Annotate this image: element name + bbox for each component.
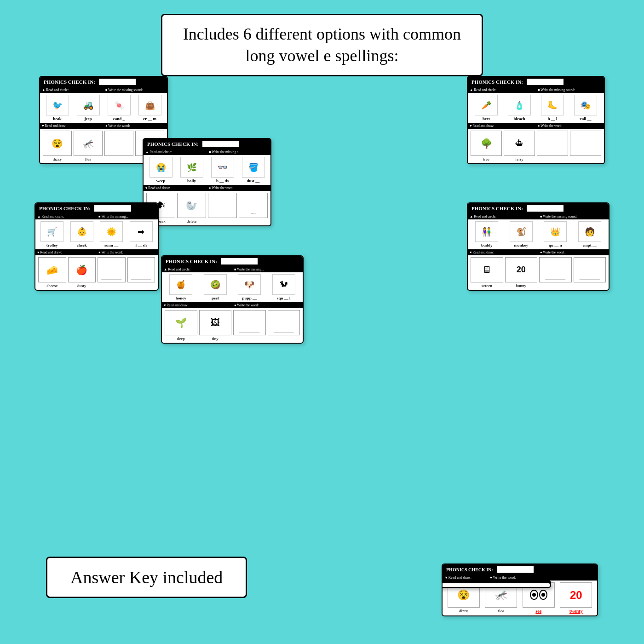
card4-section2-left: ♥ Read and draw: <box>35 249 97 255</box>
card4-input-rect[interactable] <box>94 205 131 212</box>
svg-point-2 <box>532 593 536 597</box>
card1-pic-2: 🚜 <box>77 95 100 115</box>
card6-title: PHONICS CHECK IN: <box>166 259 217 264</box>
card3-draw-word-2: delete <box>187 219 197 224</box>
card6-header: PHONICS CHECK IN: <box>162 256 303 266</box>
card1-draw-word-1: dizzy <box>53 157 62 161</box>
card3-section2-right: ● Write the word: <box>207 185 270 191</box>
card2-pic-row: 🥕 beet 🧴 bleach 🦶 h __ l 🎭 vall __ <box>468 93 604 123</box>
card5-item-4: 🧑 empt __ <box>574 221 606 247</box>
card3-pic-1: 😭 <box>150 157 172 178</box>
card5-item-2: 🐒 monkey <box>505 221 538 247</box>
card2-item-4: 🎭 vall __ <box>570 95 601 121</box>
card4-word-3: sunn __ <box>104 243 118 247</box>
card1-section1-right: ■ Write the missing sound: <box>104 87 167 93</box>
phonics-card-4: PHONICS CHECK IN: ▲ Read and circle: ■ W… <box>34 202 159 291</box>
card1-item-4: 👜 cr __ m <box>135 95 164 121</box>
card1-word-2: jeep <box>85 116 92 121</box>
card5-draw-row: 🖥 screen 20 bunny ___________ __________… <box>468 255 609 290</box>
card6-pic-3: 🐶 <box>238 274 261 295</box>
card3-pic-row: 😭 weep 🌿 holly 👓 b __ ds 🪣 dust __ <box>144 155 270 185</box>
card4-section2-right: ● Write the word: <box>97 249 158 255</box>
card6-section1-left: ▲ Read and circle: <box>162 266 232 272</box>
card1-pic-4: 👜 <box>138 95 161 115</box>
card4-section1-right: ■ Write the missing... <box>97 213 158 219</box>
card6-draw-row: 🌱 deep 🖼 tiny ___________ ___________ <box>162 308 303 343</box>
card3-word-3: b __ ds <box>216 178 229 183</box>
card4-draw-row: 🧀 cheese 🍎 dusty ___________ ___________ <box>35 255 158 290</box>
card4-item-1: 🛒 trolley <box>38 221 66 247</box>
card6-pic-2: 🥝 <box>204 274 227 295</box>
card5-item-1: 👫 buddy <box>471 221 503 247</box>
card3-input-rect[interactable] <box>202 141 239 147</box>
card4-pic-row: 🛒 trolley 👶 cheek 🌞 sunn __ ➡ l __ sh <box>35 219 158 249</box>
card6-word-2: peel <box>212 296 219 300</box>
card3-word-1: weep <box>156 178 166 183</box>
header-box: Includes 6 different options with common… <box>161 14 483 76</box>
answer-write-word-2: twenty <box>569 609 583 614</box>
card3-item-1: 😭 weep <box>146 157 175 183</box>
card2-draw-word-2: ferry <box>515 157 523 161</box>
card3-word-2: holly <box>187 178 196 183</box>
card3-write-2: ---- <box>239 193 268 224</box>
card5-item-3: 👑 qu __ n <box>539 221 572 247</box>
card1-item-2: 🚜 jeep <box>74 95 103 121</box>
answer-card: PHONICS CHECK IN: ▲ Read and circle: ■ W… <box>442 564 598 616</box>
card3-pic-2: 🌿 <box>180 157 203 178</box>
card1-word-4: cr __ m <box>143 116 156 121</box>
card2-word-3: h __ l <box>547 116 557 121</box>
card5-draw-box-1: 🖥 <box>471 257 503 282</box>
card4-draw-1: 🧀 cheese <box>38 257 66 288</box>
card1-draw-word-2: flea <box>85 157 92 161</box>
card5-word-3: qu __ n <box>549 243 562 247</box>
card5-section2-right: ● Write the word: <box>538 249 609 255</box>
card5-draw-box-2: 20 <box>505 257 538 282</box>
card6-word-4: squ __ l <box>277 296 291 300</box>
answer-card-title: PHONICS CHECK IN: <box>446 567 493 572</box>
card1-section2-right: ● Write the word: <box>104 123 167 129</box>
card2-input-rect[interactable] <box>527 79 564 85</box>
card6-draw-word-1: deep <box>177 336 185 341</box>
card1-word-3: cand _ <box>113 116 125 121</box>
card1-write-box-1: ___________ <box>104 131 133 156</box>
card5-input-rect[interactable] <box>527 205 564 212</box>
answer-card-header: PHONICS CHECK IN: <box>443 564 597 575</box>
card4-word-4: l __ sh <box>135 243 147 247</box>
card5-section1-right: ■ Write the missing sound: <box>538 213 609 219</box>
card2-pic-2: 🧴 <box>508 95 531 115</box>
card2-word-2: bleach <box>513 116 525 121</box>
card4-title: PHONICS CHECK IN: <box>39 206 91 211</box>
card2-write-box-2: ___________ <box>570 131 601 156</box>
card1-header: PHONICS CHECK IN: <box>40 77 167 87</box>
phonics-card-6: PHONICS CHECK IN: ▲ Read and circle: ■ W… <box>161 255 304 344</box>
card4-item-2: 👶 cheek <box>68 221 96 247</box>
card4-item-3: 🌞 sunn __ <box>98 221 126 247</box>
card6-input-rect[interactable] <box>221 258 258 264</box>
card4-write-1: ___________ <box>98 257 126 288</box>
card1-item-3: 🍬 cand _ <box>104 95 133 121</box>
card5-write-box-2: ___________ <box>574 257 606 282</box>
card1-section1-left: ▲ Read and circle: <box>40 87 104 93</box>
card5-write-1: ___________ <box>539 257 572 288</box>
answer-draw-word-1: dizzy <box>459 609 468 613</box>
card4-pic-3: 🌞 <box>100 221 123 242</box>
card6-draw-2: 🖼 tiny <box>199 310 232 341</box>
card6-item-2: 🥝 peel <box>199 274 232 300</box>
svg-point-3 <box>541 593 545 597</box>
card6-write-1: ___________ <box>233 310 266 341</box>
card5-draw-word-2: bunny <box>516 283 527 288</box>
answer-key-label: Answer Key included <box>70 568 223 587</box>
card4-pic-1: 🛒 <box>40 221 63 242</box>
card1-word-1: beak <box>53 116 62 121</box>
card1-input-rect[interactable] <box>99 79 136 85</box>
card2-section1-right: ■ Write the missing sound: <box>536 87 604 93</box>
card4-write-2: ___________ <box>127 257 155 288</box>
card1-write-1: ___________ <box>104 131 133 161</box>
card5-draw-word-1: screen <box>482 283 492 288</box>
card4-draw-box-2: 🍎 <box>68 257 96 282</box>
phonics-card-3: PHONICS CHECK IN: ▲ Read and circle: ■ W… <box>143 138 271 226</box>
card4-draw-box-1: 🧀 <box>38 257 66 282</box>
card4-pic-2: 👶 <box>70 221 93 242</box>
answer-pic-row: 🐦 beak 🚜 jeep 🍬 candy 🌮 cream <box>442 582 551 588</box>
card1-pic-row: 🐦 beak 🚜 jeep 🍬 cand _ 👜 cr __ m <box>40 93 167 123</box>
